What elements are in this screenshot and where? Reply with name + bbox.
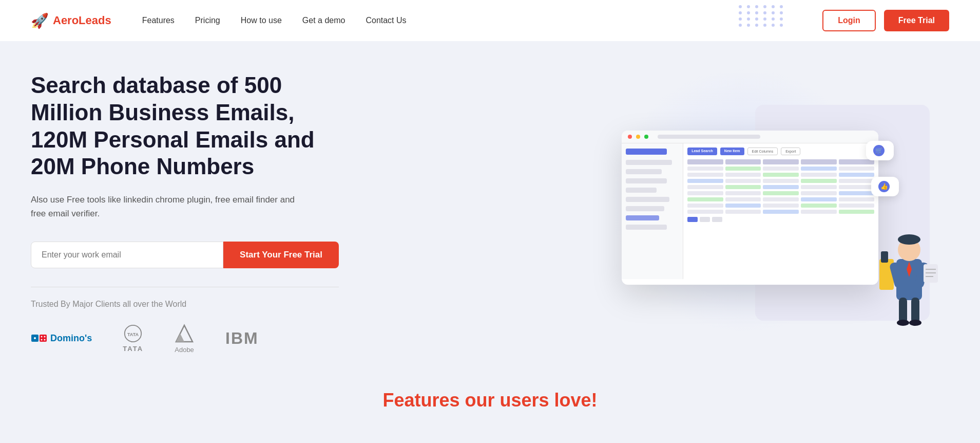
dashboard-screen: Lead Search New Item Edit Columns Export [622, 131, 878, 285]
table-cell [687, 204, 723, 208]
toolbar-btn-search: Lead Search [687, 147, 717, 155]
nav-item-contact-us[interactable]: Contact Us [366, 16, 406, 25]
hero-subtext: Also use Free tools like linkedin chrome… [31, 193, 308, 220]
table-cell [725, 167, 761, 171]
svg-rect-1 [40, 335, 47, 342]
table-cell [687, 210, 723, 214]
login-button[interactable]: Login [822, 10, 876, 31]
table-cell [801, 179, 837, 183]
svg-point-19 [909, 320, 921, 326]
table-cell [687, 191, 723, 195]
start-trial-button[interactable]: Start Your Free Trial [223, 242, 339, 268]
dashboard-header [622, 131, 878, 143]
table-cell [839, 197, 875, 201]
window-expand-dot [644, 135, 648, 139]
nav-actions: Login Free Trial [822, 10, 949, 31]
toolbar-btn-export: Export [781, 147, 800, 155]
sidebar-item [626, 197, 669, 202]
like-icon: 👍 [878, 181, 890, 192]
svg-marker-10 [176, 334, 184, 342]
table-cell [725, 179, 761, 183]
sidebar-item [626, 188, 657, 193]
table-row [687, 210, 874, 214]
trusted-label: Trusted By Major Clients all over the Wo… [31, 300, 536, 309]
toolbar-btn-new: New Item [720, 147, 744, 155]
table-row [687, 191, 874, 195]
table-cell [725, 173, 761, 177]
chat-bubble-like: 👍 [871, 177, 899, 196]
free-trial-nav-button[interactable]: Free Trial [884, 10, 949, 31]
person-illustration [878, 213, 940, 326]
nav-item-get-a-demo[interactable]: Get a demo [302, 16, 345, 25]
nav-item-pricing[interactable]: Pricing [195, 16, 220, 25]
client-logos: Domino's TATA TATA Adobe [31, 323, 536, 354]
svg-point-13 [898, 234, 920, 245]
hero-form: Start Your Free Trial [31, 242, 339, 268]
svg-point-3 [41, 336, 43, 338]
email-input[interactable] [31, 242, 223, 268]
sidebar-item-active [626, 215, 659, 220]
table-cell [725, 185, 761, 189]
table-row [687, 204, 874, 208]
hero-left: Search database of 500 Million Business … [31, 72, 536, 354]
logo-text: AeroLeads [53, 14, 111, 27]
table-cell [763, 197, 799, 201]
dashboard-wrapper: Lead Search New Item Edit Columns Export [622, 120, 909, 305]
toolbar-btn-edit: Edit Columns [747, 147, 778, 155]
tata-icon: TATA [124, 324, 142, 343]
table-cell [839, 167, 875, 171]
svg-point-2 [34, 337, 36, 339]
sidebar-item [626, 178, 667, 183]
nav-links: Features Pricing How to use Get a demo C… [142, 16, 823, 25]
svg-rect-16 [899, 298, 907, 323]
sidebar-item [626, 169, 662, 174]
table-cell [687, 185, 723, 189]
table-cell [839, 185, 875, 189]
table-cell [725, 191, 761, 195]
sidebar-item [626, 160, 672, 165]
svg-point-18 [897, 320, 909, 326]
hero-section: Search database of 500 Million Business … [0, 41, 980, 374]
dots-decoration [739, 5, 785, 27]
table-row [687, 167, 874, 171]
col-header [687, 159, 723, 164]
table-cell [725, 197, 761, 201]
sidebar-item [626, 206, 664, 211]
nav-item-how-to-use[interactable]: How to use [241, 16, 282, 25]
table-cell [801, 185, 837, 189]
table-cell [839, 191, 875, 195]
table-cell [687, 197, 723, 201]
address-bar [658, 135, 760, 139]
table-row [687, 185, 874, 189]
table-cell [801, 191, 837, 195]
table-cell [839, 179, 875, 183]
adobe-icon [174, 323, 195, 344]
dashboard-main: Lead Search New Item Edit Columns Export [683, 143, 878, 279]
hero-right: Lead Search New Item Edit Columns Export [536, 120, 980, 305]
svg-rect-21 [924, 264, 938, 283]
svg-point-6 [44, 339, 46, 341]
logo[interactable]: 🚀 AeroLeads [31, 12, 111, 29]
table-cell [763, 185, 799, 189]
table-cell [725, 210, 761, 214]
ibm-label: IBM [225, 329, 259, 348]
logo-rocket-icon: 🚀 [31, 12, 49, 29]
page-btn [687, 217, 698, 222]
nav-item-features[interactable]: Features [142, 16, 175, 25]
svg-point-5 [41, 339, 43, 341]
page-btn [712, 217, 722, 222]
col-header [725, 159, 761, 164]
table-cell [763, 167, 799, 171]
pagination [687, 217, 874, 222]
table-cell [763, 191, 799, 195]
svg-rect-25 [881, 251, 888, 263]
person-svg [878, 213, 940, 326]
table-cell [801, 204, 837, 208]
svg-point-4 [44, 336, 46, 338]
table-cell [839, 204, 875, 208]
dashboard-body: Lead Search New Item Edit Columns Export [622, 143, 878, 279]
table-cell [687, 173, 723, 177]
table-cell [801, 210, 837, 214]
table-header-row [687, 159, 874, 164]
table-cell [725, 204, 761, 208]
